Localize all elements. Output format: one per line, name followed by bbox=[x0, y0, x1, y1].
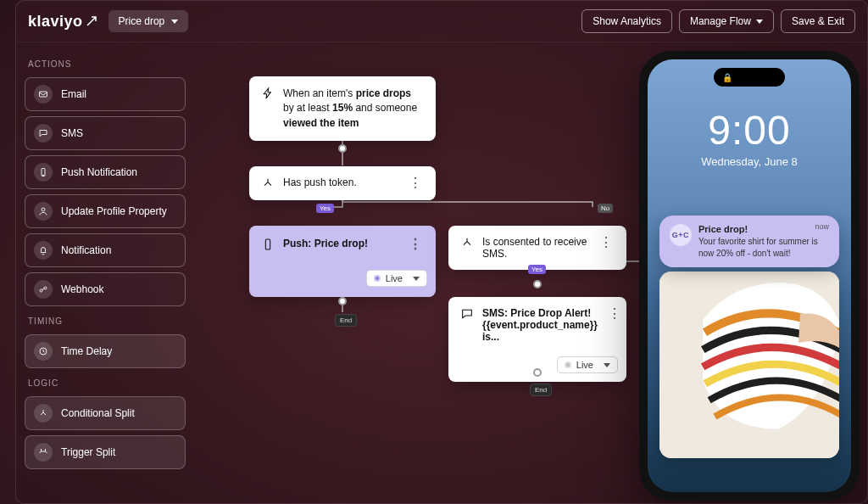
bell-icon bbox=[34, 241, 53, 260]
notif-app-icon: G+C bbox=[670, 224, 692, 246]
section-label-actions: ACTIONS bbox=[28, 59, 182, 69]
t: by at least bbox=[283, 102, 332, 114]
node-text: Is consented to receive SMS. bbox=[482, 236, 589, 260]
branch-no-tag: No bbox=[598, 204, 613, 213]
t: and someone bbox=[353, 102, 417, 114]
manage-flow-label: Manage Flow bbox=[690, 15, 751, 27]
svg-rect-11 bbox=[265, 239, 270, 249]
node-push[interactable]: Push: Price drop! ⋮ Live bbox=[249, 226, 436, 297]
status-select[interactable]: Live bbox=[366, 270, 427, 287]
status-dot-icon bbox=[565, 361, 571, 368]
palette-trigger-split[interactable]: Trigger Split bbox=[25, 435, 186, 469]
product-image bbox=[659, 272, 839, 458]
connector-joint[interactable] bbox=[338, 144, 347, 153]
node-conditional-sms[interactable]: Is consented to receive SMS. ⋮ bbox=[448, 226, 626, 270]
sidebar: ACTIONS Email SMS Push Notification Upda… bbox=[16, 42, 194, 504]
lock-icon: 🔒 bbox=[722, 73, 732, 82]
chevron-down-icon bbox=[171, 20, 178, 24]
svg-point-5 bbox=[44, 287, 47, 289]
phone-screen: 🔒 9:00 Wednesday, June 8 now G+C Price d… bbox=[648, 59, 851, 492]
chevron-down-icon bbox=[756, 20, 763, 24]
chat-icon bbox=[460, 307, 474, 321]
notif-title: Price drop! bbox=[698, 224, 829, 234]
phone-icon bbox=[34, 163, 53, 182]
palette-time-delay[interactable]: Time Delay bbox=[25, 334, 186, 368]
show-analytics-button[interactable]: Show Analytics bbox=[581, 9, 672, 33]
palette-label: SMS bbox=[61, 127, 83, 139]
topbar-right: Show Analytics Manage Flow Save & Exit bbox=[581, 9, 855, 33]
flow-picker[interactable]: Price drop bbox=[108, 10, 189, 32]
trigger-split-icon bbox=[34, 443, 53, 462]
palette-label: Webhook bbox=[61, 283, 103, 295]
branch-end-tag: End bbox=[335, 314, 357, 327]
connector-joint[interactable] bbox=[338, 297, 347, 305]
split-icon bbox=[34, 404, 53, 423]
notif-body: Your favorite shirt for summer is now 20… bbox=[698, 236, 829, 259]
status-select[interactable]: Live bbox=[557, 356, 618, 373]
palette-label: Time Delay bbox=[61, 345, 112, 357]
branch-yes-tag: Yes bbox=[316, 204, 334, 213]
push-notification-preview: now G+C Price drop! Your favorite shirt … bbox=[659, 216, 839, 267]
palette-label: Notification bbox=[61, 244, 111, 256]
phone-clock: 9:00 bbox=[648, 107, 851, 154]
section-label-logic: LOGIC bbox=[28, 378, 182, 388]
t: price drops bbox=[356, 87, 411, 99]
branch-end-tag: End bbox=[530, 384, 552, 396]
node-trigger[interactable]: When an item's price drops by at least 1… bbox=[249, 76, 436, 141]
t: 15% bbox=[332, 102, 353, 114]
split-icon bbox=[261, 176, 275, 190]
kebab-menu-icon[interactable]: ⋮ bbox=[407, 238, 424, 251]
t: When an item's bbox=[283, 87, 356, 99]
palette-label: Conditional Split bbox=[61, 407, 135, 419]
palette-conditional-split[interactable]: Conditional Split bbox=[25, 396, 186, 430]
chevron-down-icon bbox=[413, 277, 420, 281]
palette-label: Email bbox=[61, 88, 86, 100]
palette-label: Trigger Split bbox=[61, 446, 115, 458]
bolt-icon bbox=[261, 87, 275, 100]
connector-joint[interactable] bbox=[533, 368, 542, 377]
svg-point-3 bbox=[42, 208, 45, 211]
split-icon bbox=[460, 236, 474, 249]
connector-joint[interactable] bbox=[533, 280, 542, 288]
phone-notch: 🔒 bbox=[714, 68, 785, 87]
phone-date: Wednesday, June 8 bbox=[648, 155, 851, 168]
status-label: Live bbox=[386, 273, 403, 283]
palette-sms[interactable]: SMS bbox=[25, 116, 186, 150]
manage-flow-button[interactable]: Manage Flow bbox=[679, 9, 774, 33]
mail-icon bbox=[34, 85, 53, 104]
brand-mark-icon bbox=[86, 16, 97, 26]
palette-update-profile[interactable]: Update Profile Property bbox=[25, 194, 186, 228]
node-title: Push: Price drop! bbox=[283, 238, 368, 249]
link-icon bbox=[34, 280, 53, 299]
topbar: klaviyo Price drop Show Analytics Manage… bbox=[16, 1, 867, 42]
phone-preview: 🔒 9:00 Wednesday, June 8 now G+C Price d… bbox=[639, 51, 860, 501]
node-conditional-push[interactable]: Has push token. ⋮ bbox=[249, 166, 436, 200]
branch-yes-tag: Yes bbox=[528, 265, 546, 274]
chat-icon bbox=[34, 124, 53, 143]
node-subtext: {{event.product_name}} is... bbox=[482, 319, 598, 343]
brand-text: klaviyo bbox=[28, 13, 83, 31]
node-text: Has push token. bbox=[283, 176, 357, 188]
status-dot-icon bbox=[374, 275, 381, 282]
flow-picker-label: Price drop bbox=[119, 15, 165, 27]
brand-logo: klaviyo bbox=[28, 13, 97, 31]
kebab-menu-icon[interactable]: ⋮ bbox=[407, 176, 424, 190]
save-exit-label: Save & Exit bbox=[792, 15, 844, 27]
kebab-menu-icon[interactable]: ⋮ bbox=[606, 307, 623, 321]
phone-icon bbox=[261, 238, 275, 251]
status-label: Live bbox=[576, 360, 593, 370]
notif-time: now bbox=[815, 222, 829, 231]
user-icon bbox=[34, 202, 53, 221]
kebab-menu-icon[interactable]: ⋮ bbox=[598, 236, 615, 249]
topbar-left: klaviyo Price drop bbox=[28, 10, 188, 32]
palette-label: Push Notification bbox=[61, 166, 137, 178]
palette-push[interactable]: Push Notification bbox=[25, 155, 186, 189]
palette-email[interactable]: Email bbox=[25, 77, 186, 111]
svg-rect-0 bbox=[40, 92, 47, 97]
node-trigger-text: When an item's price drops by at least 1… bbox=[283, 87, 424, 131]
node-title: SMS: Price Drop Alert! bbox=[482, 307, 598, 319]
save-exit-button[interactable]: Save & Exit bbox=[781, 9, 855, 33]
chevron-down-icon bbox=[604, 363, 610, 367]
palette-webhook[interactable]: Webhook bbox=[25, 272, 186, 306]
palette-notification[interactable]: Notification bbox=[25, 233, 186, 267]
